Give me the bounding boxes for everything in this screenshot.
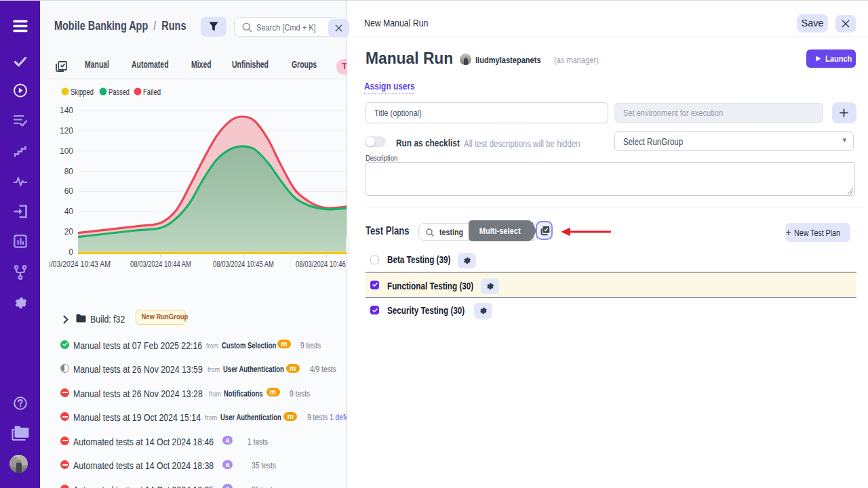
svg-text:08/03/2024 10:44 AM: 08/03/2024 10:44 AM (130, 260, 191, 269)
svg-text:08/03/2024 10:46 AM: 08/03/2024 10:46 AM (296, 260, 347, 269)
svg-text:60: 60 (64, 186, 74, 196)
svg-text:140: 140 (60, 106, 73, 115)
svg-text:Skipped: Skipped (71, 87, 94, 97)
svg-text:08/03/2024 10:43 AM: 08/03/2024 10:43 AM (43, 260, 111, 269)
svg-text:120: 120 (60, 126, 73, 136)
svg-text:100: 100 (60, 146, 73, 156)
svg-text:80: 80 (64, 167, 74, 176)
svg-text:20: 20 (64, 227, 74, 237)
svg-text:40: 40 (64, 207, 74, 216)
svg-text:Passed: Passed (108, 87, 130, 97)
svg-text:Failed: Failed (143, 87, 161, 97)
svg-text:0: 0 (68, 247, 73, 257)
svg-text:08/03/2024 10:45 AM: 08/03/2024 10:45 AM (213, 260, 274, 269)
